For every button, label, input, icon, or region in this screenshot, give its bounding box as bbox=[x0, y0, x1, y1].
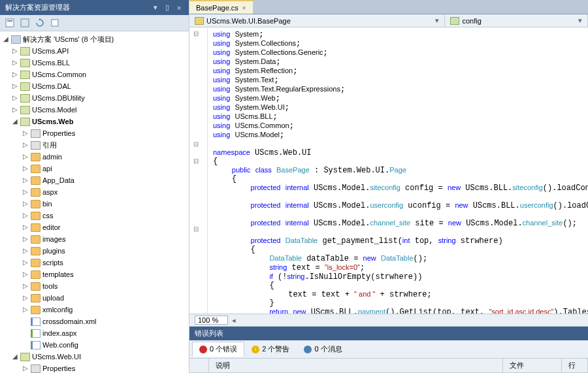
tree-item[interactable]: ▷引用 bbox=[0, 139, 189, 151]
expand-icon[interactable]: ◢ bbox=[12, 351, 18, 362]
expand-icon[interactable]: ▷ bbox=[12, 81, 18, 91]
expand-icon[interactable]: ▷ bbox=[22, 281, 29, 291]
expand-icon[interactable] bbox=[22, 328, 29, 338]
expand-icon[interactable]: ▷ bbox=[12, 57, 18, 68]
project-node[interactable]: ▷UScms.BLL bbox=[0, 57, 189, 69]
expand-icon[interactable]: ▷ bbox=[12, 46, 18, 56]
dropdown-icon[interactable]: ▾ bbox=[151, 3, 160, 12]
expand-icon[interactable]: ▷ bbox=[22, 222, 29, 233]
expand-icon[interactable]: ▷ bbox=[22, 269, 29, 280]
expand-icon[interactable] bbox=[22, 316, 29, 327]
expand-icon[interactable]: ▷ bbox=[22, 246, 29, 256]
expand-icon[interactable]: ▷ bbox=[12, 69, 18, 80]
expand-icon[interactable] bbox=[22, 340, 29, 350]
errors-filter[interactable]: 0 个错误 bbox=[192, 342, 244, 357]
tree-item[interactable]: ▷Properties bbox=[0, 363, 189, 373]
code-gutter[interactable]: ⊟ ⊟ ⊟ ⊟ bbox=[189, 27, 208, 314]
project-node[interactable]: ▷UScms.Common bbox=[0, 69, 189, 80]
show-all-icon[interactable] bbox=[19, 17, 31, 29]
tree-item[interactable]: ▷Properties bbox=[0, 127, 189, 139]
expand-icon[interactable]: ▷ bbox=[22, 175, 29, 186]
project-icon bbox=[20, 71, 30, 79]
chevron-down-icon: ▾ bbox=[578, 16, 582, 25]
close-tab-icon[interactable]: × bbox=[242, 5, 246, 12]
col-description[interactable]: 说明 bbox=[209, 359, 503, 372]
tree-item[interactable]: ▷aspx bbox=[0, 186, 189, 198]
zoom-dropdown[interactable]: 100 % bbox=[195, 316, 228, 325]
collapse-icon[interactable]: ⊟ bbox=[193, 225, 199, 233]
tree-item[interactable]: ▷api bbox=[0, 163, 189, 174]
expand-icon[interactable]: ▷ bbox=[22, 210, 29, 221]
collapse-icon[interactable]: ⊟ bbox=[193, 157, 199, 165]
tree-item[interactable]: ▷upload bbox=[0, 292, 189, 304]
refresh-icon[interactable] bbox=[34, 17, 46, 29]
col-icon[interactable] bbox=[189, 359, 209, 372]
chevron-down-icon: ▾ bbox=[435, 16, 439, 25]
tree-item[interactable]: Web.config bbox=[0, 339, 189, 351]
project-web[interactable]: ◢UScms.Web bbox=[0, 116, 189, 127]
expand-icon[interactable]: ▷ bbox=[22, 363, 29, 373]
expand-icon[interactable]: ▷ bbox=[22, 128, 29, 138]
tree-item[interactable]: ▷xmlconfig bbox=[0, 304, 189, 316]
tree-item[interactable]: ▷bin bbox=[0, 198, 189, 210]
expand-icon[interactable]: ▷ bbox=[22, 140, 29, 150]
tree-item[interactable]: ▷images bbox=[0, 233, 189, 245]
tree-item[interactable]: ▷tools bbox=[0, 280, 189, 292]
nav-left-icon[interactable]: ◂ bbox=[232, 316, 236, 325]
expand-icon[interactable]: ▷ bbox=[22, 199, 29, 209]
project-node[interactable]: ▷UScms.DAL bbox=[0, 80, 189, 92]
expand-icon[interactable]: ◢ bbox=[12, 116, 18, 127]
tree-item[interactable]: ▷admin bbox=[0, 151, 189, 163]
expand-icon[interactable]: ▷ bbox=[12, 93, 18, 103]
code-editor[interactable]: ⊟ ⊟ ⊟ ⊟ using System; using System.Colle… bbox=[189, 27, 588, 314]
ref-icon bbox=[31, 141, 41, 150]
col-file[interactable]: 文件 bbox=[503, 359, 562, 372]
project-node[interactable]: ▷UScms.Model bbox=[0, 104, 189, 116]
code-text[interactable]: using System; using System.Collections; … bbox=[208, 27, 588, 314]
expand-icon[interactable]: ▷ bbox=[22, 304, 29, 315]
collapse-icon[interactable]: ⊟ bbox=[193, 30, 199, 37]
expand-icon[interactable]: ▷ bbox=[22, 152, 29, 162]
project-node[interactable]: ▷UScms.DBUtility bbox=[0, 92, 189, 104]
messages-filter[interactable]: 0 个消息 bbox=[297, 342, 349, 357]
info-icon bbox=[304, 346, 312, 353]
col-line[interactable]: 行 bbox=[562, 359, 588, 372]
folder-icon bbox=[31, 200, 41, 208]
expand-icon[interactable]: ▷ bbox=[12, 105, 18, 115]
solution-node[interactable]: ◢解决方案 'UScms' (8 个项目) bbox=[0, 33, 189, 45]
tree-item[interactable]: ▷css bbox=[0, 210, 189, 221]
solution-tree[interactable]: ◢解决方案 'UScms' (8 个项目) ▷UScms.API▷UScms.B… bbox=[0, 31, 189, 373]
tree-item[interactable]: ▷scripts bbox=[0, 257, 189, 268]
folder-icon bbox=[31, 282, 41, 291]
project-node[interactable]: ▷UScms.API bbox=[0, 45, 189, 57]
pin-icon[interactable]: ▯ bbox=[163, 3, 172, 12]
file-icon bbox=[31, 329, 41, 338]
tree-item[interactable]: ▷App_Data bbox=[0, 174, 189, 186]
expand-icon[interactable]: ▷ bbox=[22, 187, 29, 197]
svg-rect-0 bbox=[6, 19, 14, 27]
expand-icon[interactable]: ▷ bbox=[22, 257, 29, 268]
member-dropdown[interactable]: config ▾ bbox=[445, 14, 588, 27]
close-icon[interactable]: × bbox=[174, 3, 184, 12]
cfg-icon bbox=[31, 317, 41, 326]
error-filter-tabs: 0 个错误 !2 个警告 0 个消息 bbox=[189, 340, 588, 359]
properties-icon[interactable] bbox=[4, 17, 16, 29]
tree-item[interactable]: ▷templates bbox=[0, 268, 189, 280]
error-columns: 说明 文件 行 bbox=[189, 359, 588, 373]
expand-icon[interactable]: ▷ bbox=[22, 163, 29, 174]
tree-item[interactable]: ▷editor bbox=[0, 221, 189, 233]
tree-item[interactable]: index.aspx bbox=[0, 327, 189, 339]
class-icon bbox=[195, 17, 204, 25]
tree-item[interactable]: ▷plugins bbox=[0, 245, 189, 257]
tree-item[interactable]: crossdomain.xml bbox=[0, 316, 189, 327]
tab-basepage[interactable]: BasePage.cs × bbox=[189, 0, 253, 14]
project-icon bbox=[20, 47, 30, 56]
expand-icon[interactable]: ▷ bbox=[22, 293, 29, 303]
expand-icon[interactable]: ◢ bbox=[3, 34, 9, 44]
project-webui[interactable]: ◢UScms.Web.UI bbox=[0, 351, 189, 363]
warnings-filter[interactable]: !2 个警告 bbox=[244, 342, 297, 357]
code-view-icon[interactable] bbox=[49, 17, 61, 29]
expand-icon[interactable]: ▷ bbox=[22, 234, 29, 244]
collapse-icon[interactable]: ⊟ bbox=[193, 140, 199, 148]
class-dropdown[interactable]: UScms.Web.UI.BasePage ▾ bbox=[189, 14, 445, 27]
